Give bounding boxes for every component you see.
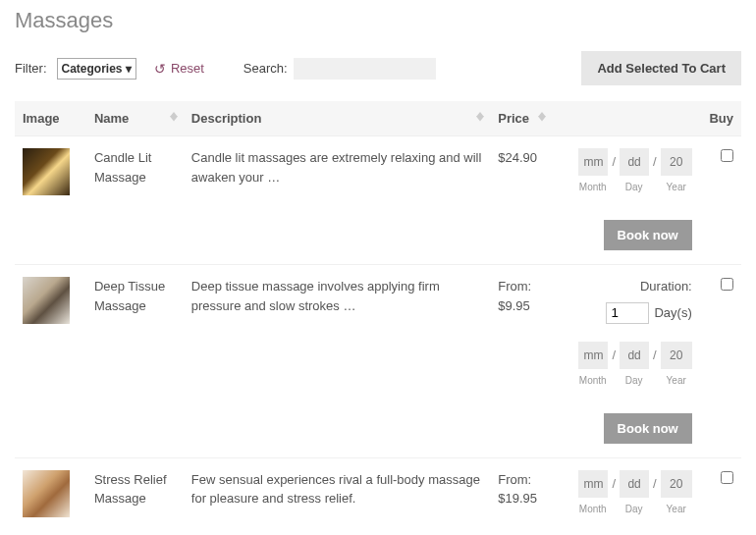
price-value: $19.95 bbox=[498, 491, 537, 506]
filter-label: Filter: bbox=[15, 61, 47, 76]
products-table: Image Name Description Price Buy Candle … bbox=[15, 101, 741, 535]
price-from-label: From: bbox=[498, 472, 531, 487]
categories-label: Categories bbox=[62, 62, 123, 76]
product-name[interactable]: Stress Relief Massage bbox=[86, 457, 184, 535]
month-input[interactable] bbox=[578, 148, 608, 176]
header-name[interactable]: Name bbox=[86, 101, 184, 136]
date-picker: / / bbox=[578, 342, 691, 369]
date-picker: / / bbox=[578, 148, 691, 176]
date-picker: / / bbox=[578, 470, 691, 498]
header-price[interactable]: Price bbox=[490, 101, 551, 136]
header-buy: Buy bbox=[700, 101, 741, 136]
buy-checkbox[interactable] bbox=[721, 149, 733, 162]
duration-input[interactable] bbox=[606, 302, 649, 324]
table-row: Deep Tissue Massage Deep tissue massage … bbox=[15, 265, 741, 458]
duration-unit: Day(s) bbox=[654, 303, 691, 323]
toolbar: Filter: Categories ▾ ↺ Reset Search: Add… bbox=[15, 51, 741, 85]
day-label: Day bbox=[620, 502, 649, 516]
date-labels: Month Day Year bbox=[560, 502, 692, 516]
product-price: From: $19.95 bbox=[490, 457, 551, 535]
day-label: Day bbox=[620, 373, 649, 388]
product-image[interactable] bbox=[23, 470, 70, 517]
date-separator: / bbox=[653, 152, 657, 172]
reset-link[interactable]: ↺ Reset bbox=[154, 61, 204, 77]
year-input[interactable] bbox=[661, 342, 692, 369]
table-row: Stress Relief Massage Few sensual experi… bbox=[15, 457, 741, 535]
date-separator: / bbox=[653, 474, 657, 494]
product-description: Few sensual experiences rival a full-bod… bbox=[184, 457, 490, 535]
year-label: Year bbox=[661, 502, 692, 516]
product-name[interactable]: Candle Lit Massage bbox=[86, 136, 184, 265]
day-input[interactable] bbox=[620, 148, 649, 176]
undo-icon: ↺ bbox=[154, 61, 166, 77]
search-input[interactable] bbox=[294, 58, 436, 80]
month-input[interactable] bbox=[578, 470, 608, 498]
date-separator: / bbox=[612, 474, 616, 494]
buy-checkbox[interactable] bbox=[721, 471, 733, 484]
month-label: Month bbox=[578, 502, 608, 516]
date-separator: / bbox=[653, 346, 657, 365]
book-now-button[interactable]: Book now bbox=[604, 220, 692, 250]
product-image[interactable] bbox=[23, 277, 70, 324]
table-row: Candle Lit Massage Candle lit massages a… bbox=[15, 136, 741, 265]
book-now-button[interactable]: Book now bbox=[604, 413, 692, 444]
year-input[interactable] bbox=[661, 148, 692, 176]
product-price: $24.90 bbox=[490, 136, 551, 265]
product-price: From: $9.95 bbox=[490, 265, 551, 458]
month-input[interactable] bbox=[578, 342, 608, 369]
reset-label: Reset bbox=[171, 61, 204, 76]
date-labels: Month Day Year bbox=[560, 180, 692, 194]
categories-dropdown[interactable]: Categories ▾ bbox=[57, 58, 136, 80]
header-action bbox=[552, 101, 700, 136]
price-value: $9.95 bbox=[498, 298, 530, 313]
date-separator: / bbox=[612, 152, 616, 172]
duration-label: Duration: bbox=[560, 277, 692, 296]
page-title: Massages bbox=[15, 8, 741, 33]
header-image: Image bbox=[15, 101, 86, 136]
year-input[interactable] bbox=[661, 470, 692, 498]
add-selected-to-cart-button[interactable]: Add Selected To Cart bbox=[581, 51, 741, 85]
product-description: Deep tissue massage involves applying fi… bbox=[184, 265, 490, 458]
product-image[interactable] bbox=[23, 148, 70, 195]
product-name[interactable]: Deep Tissue Massage bbox=[86, 265, 184, 458]
chevron-down-icon: ▾ bbox=[126, 62, 132, 76]
day-input[interactable] bbox=[620, 342, 649, 369]
month-label: Month bbox=[578, 180, 608, 194]
search-label: Search: bbox=[243, 61, 288, 76]
month-label: Month bbox=[578, 373, 608, 388]
product-description: Candle lit massages are extremely relaxi… bbox=[184, 136, 490, 265]
day-label: Day bbox=[620, 180, 649, 194]
year-label: Year bbox=[661, 373, 692, 388]
date-separator: / bbox=[612, 346, 616, 365]
date-labels: Month Day Year bbox=[560, 373, 692, 388]
header-description[interactable]: Description bbox=[184, 101, 490, 136]
year-label: Year bbox=[661, 180, 692, 194]
buy-checkbox[interactable] bbox=[721, 278, 733, 291]
day-input[interactable] bbox=[620, 470, 649, 498]
price-from-label: From: bbox=[498, 279, 531, 294]
